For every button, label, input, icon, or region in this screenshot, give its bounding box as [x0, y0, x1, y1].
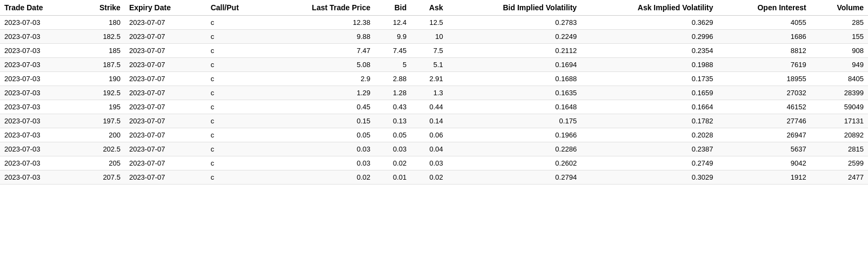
- table-cell: 2023-07-07: [125, 142, 206, 156]
- table-header-row: Trade DateStrikeExpiry DateCall/PutLast …: [0, 0, 868, 16]
- table-cell: 0.04: [411, 142, 448, 156]
- table-cell: 7.47: [266, 44, 375, 58]
- table-cell: 1912: [718, 170, 811, 185]
- table-cell: c: [206, 156, 266, 170]
- table-cell: c: [206, 58, 266, 72]
- table-cell: 2023-07-03: [0, 142, 77, 156]
- table-cell: 0.2996: [581, 30, 717, 44]
- table-cell: 7619: [718, 58, 811, 72]
- table-cell: 26947: [718, 128, 811, 142]
- table-cell: 2023-07-03: [0, 30, 77, 44]
- table-cell: 0.175: [448, 114, 581, 128]
- table-cell: 0.1782: [581, 114, 717, 128]
- table-cell: 0.2028: [581, 128, 717, 142]
- table-cell: 46152: [718, 100, 811, 114]
- table-cell: 0.01: [375, 170, 411, 185]
- table-cell: 2023-07-07: [125, 100, 206, 114]
- table-cell: 197.5: [77, 114, 125, 128]
- table-cell: 0.1664: [581, 100, 717, 114]
- table-cell: 195: [77, 100, 125, 114]
- table-row: 2023-07-03182.52023-07-07c9.889.9100.224…: [0, 30, 868, 44]
- table-cell: 1686: [718, 30, 811, 44]
- table-cell: 27746: [718, 114, 811, 128]
- table-cell: 0.1648: [448, 100, 581, 114]
- table-cell: 9042: [718, 156, 811, 170]
- table-cell: 0.2783: [448, 16, 581, 30]
- column-header-strike: Strike: [77, 0, 125, 16]
- table-cell: 2023-07-07: [125, 86, 206, 100]
- table-cell: 0.1635: [448, 86, 581, 100]
- table-row: 2023-07-032002023-07-07c0.050.050.060.19…: [0, 128, 868, 142]
- table-cell: 2023-07-03: [0, 100, 77, 114]
- table-cell: 2023-07-03: [0, 86, 77, 100]
- table-cell: 0.03: [411, 156, 448, 170]
- table-cell: 0.13: [375, 114, 411, 128]
- table-cell: 2023-07-07: [125, 170, 206, 185]
- table-cell: 0.14: [411, 114, 448, 128]
- table-cell: 2023-07-03: [0, 58, 77, 72]
- table-cell: 185: [77, 44, 125, 58]
- table-cell: 2023-07-03: [0, 72, 77, 86]
- table-cell: 2.88: [375, 72, 411, 86]
- table-cell: 2599: [811, 156, 868, 170]
- table-cell: 1.3: [411, 86, 448, 100]
- column-header-open-interest: Open Interest: [718, 0, 811, 16]
- table-cell: 1.29: [266, 86, 375, 100]
- table-cell: 0.06: [411, 128, 448, 142]
- table-cell: 2023-07-07: [125, 44, 206, 58]
- table-cell: 5637: [718, 142, 811, 156]
- table-cell: 2023-07-07: [125, 156, 206, 170]
- table-cell: 2815: [811, 142, 868, 156]
- table-cell: 5.1: [411, 58, 448, 72]
- table-cell: 20892: [811, 128, 868, 142]
- options-table: Trade DateStrikeExpiry DateCall/PutLast …: [0, 0, 868, 185]
- table-cell: 0.15: [266, 114, 375, 128]
- table-cell: 2023-07-03: [0, 114, 77, 128]
- table-cell: 27032: [718, 86, 811, 100]
- table-cell: 0.2354: [581, 44, 717, 58]
- table-cell: 0.1966: [448, 128, 581, 142]
- table-cell: 0.3029: [581, 170, 717, 185]
- table-cell: 180: [77, 16, 125, 30]
- table-cell: 4055: [718, 16, 811, 30]
- table-cell: 18955: [718, 72, 811, 86]
- table-cell: 17131: [811, 114, 868, 128]
- table-cell: c: [206, 44, 266, 58]
- table-cell: c: [206, 142, 266, 156]
- table-cell: 0.05: [266, 128, 375, 142]
- table-cell: 8812: [718, 44, 811, 58]
- table-cell: 2023-07-07: [125, 30, 206, 44]
- table-cell: 190: [77, 72, 125, 86]
- table-cell: 0.1659: [581, 86, 717, 100]
- table-row: 2023-07-03192.52023-07-07c1.291.281.30.1…: [0, 86, 868, 100]
- table-cell: 0.02: [375, 156, 411, 170]
- table-cell: 908: [811, 44, 868, 58]
- table-row: 2023-07-03187.52023-07-07c5.0855.10.1694…: [0, 58, 868, 72]
- column-header-bid-implied-volatility: Bid Implied Volatility: [448, 0, 581, 16]
- table-cell: 10: [411, 30, 448, 44]
- column-header-bid: Bid: [375, 0, 411, 16]
- table-cell: 0.2602: [448, 156, 581, 170]
- table-cell: 7.5: [411, 44, 448, 58]
- table-cell: 2023-07-07: [125, 114, 206, 128]
- table-row: 2023-07-03207.52023-07-07c0.020.010.020.…: [0, 170, 868, 185]
- table-cell: 1.28: [375, 86, 411, 100]
- table-cell: 5: [375, 58, 411, 72]
- table-cell: 59049: [811, 100, 868, 114]
- column-header-call/put: Call/Put: [206, 0, 266, 16]
- table-cell: 0.2749: [581, 156, 717, 170]
- table-cell: 0.1694: [448, 58, 581, 72]
- table-cell: 187.5: [77, 58, 125, 72]
- table-cell: 2023-07-07: [125, 72, 206, 86]
- table-cell: c: [206, 72, 266, 86]
- table-row: 2023-07-031952023-07-07c0.450.430.440.16…: [0, 100, 868, 114]
- table-cell: 0.2387: [581, 142, 717, 156]
- table-cell: 2023-07-07: [125, 16, 206, 30]
- table-cell: 0.03: [266, 142, 375, 156]
- table-cell: 0.2286: [448, 142, 581, 156]
- table-cell: 0.1988: [581, 58, 717, 72]
- table-row: 2023-07-031852023-07-07c7.477.457.50.211…: [0, 44, 868, 58]
- table-cell: c: [206, 100, 266, 114]
- table-cell: 0.45: [266, 100, 375, 114]
- table-cell: 182.5: [77, 30, 125, 44]
